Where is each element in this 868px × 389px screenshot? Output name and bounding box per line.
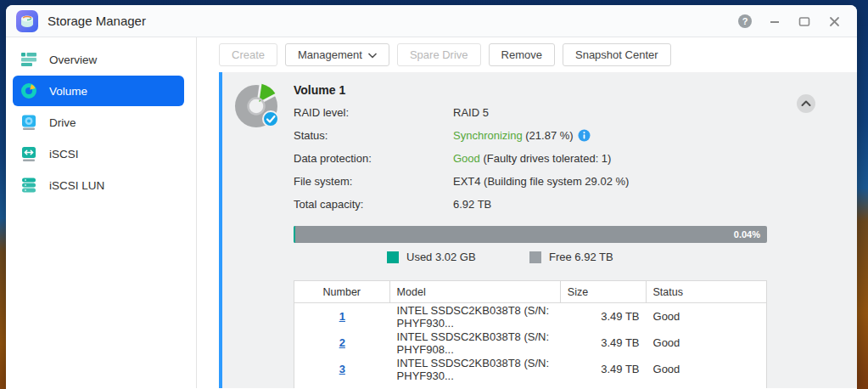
- create-button: Create: [219, 43, 277, 66]
- help-button[interactable]: ?: [737, 14, 753, 29]
- detail-value: Synchronizing (21.87 %): [453, 129, 591, 142]
- drive-number-link[interactable]: 2: [339, 336, 345, 349]
- volume-title: Volume 1: [294, 83, 345, 97]
- detail-label: RAID level:: [294, 106, 453, 119]
- button-label: Snapshot Center: [575, 48, 658, 61]
- legend-free: Free 6.92 TB: [529, 251, 613, 263]
- column-header-status[interactable]: Status: [647, 281, 766, 302]
- detail-value: EXT4 (Building file system 29.02 %): [453, 175, 629, 188]
- drive-number-link[interactable]: 3: [339, 363, 345, 375]
- detail-value: Good (Faulty drives tolerated: 1): [453, 152, 611, 165]
- column-header-number[interactable]: Number: [294, 281, 390, 302]
- info-icon[interactable]: [578, 129, 591, 142]
- capacity-progress-bar: 0.04%: [294, 226, 767, 243]
- minimize-icon: [769, 15, 781, 27]
- sidebar-item-label: Volume: [49, 85, 87, 98]
- sidebar-item-overview[interactable]: Overview: [13, 44, 184, 75]
- maximize-button[interactable]: [797, 14, 812, 29]
- detail-label: File system:: [294, 175, 453, 188]
- close-button[interactable]: [826, 14, 842, 29]
- overview-icon: [20, 50, 38, 69]
- drive-size: 3.49 TB: [561, 303, 647, 330]
- maximize-icon: [798, 16, 810, 27]
- drive-row: 3INTEL SSDSC2KB038T8 (S/N: PHYF930...3.4…: [294, 356, 766, 382]
- drive-size: 3.49 TB: [561, 330, 647, 356]
- help-icon: ?: [738, 14, 752, 28]
- detail-value-text: (Faulty drives tolerated: 1): [480, 152, 612, 165]
- sidebar-item-label: iSCSI LUN: [49, 179, 104, 192]
- sidebar-item-iscsi[interactable]: iSCSI: [13, 138, 184, 169]
- storage-manager-app-icon: [16, 10, 38, 32]
- drive-status: Good: [647, 330, 766, 356]
- drive-model: INTEL SSDSC2KB038T8 (S/N: PHYF908...: [390, 330, 561, 356]
- spare-drive-button: Spare Drive: [397, 43, 481, 66]
- detail-row-total-capacity: Total capacity:6.92 TB: [294, 193, 629, 216]
- drive-model: INTEL SSDSC2KB038T8 (S/N: PHYF930...: [390, 303, 561, 330]
- drive-number-link[interactable]: 1: [339, 310, 345, 323]
- storage-manager-window: Storage Manager ? OverviewVolumeDriveiSC…: [6, 5, 857, 389]
- capacity-legend: Used 3.02 GB Free 6.92 TB: [294, 251, 767, 264]
- remove-button[interactable]: Remove: [489, 43, 555, 66]
- chevron-up-icon: [796, 93, 816, 114]
- window-title: Storage Manager: [48, 14, 146, 28]
- detail-row-file-system: File system:EXT4 (Building file system 2…: [294, 170, 629, 193]
- detail-label: Data protection:: [294, 152, 453, 165]
- detail-value-status-text: Good: [453, 152, 480, 165]
- column-header-model[interactable]: Model: [390, 281, 561, 302]
- sidebar-item-volume[interactable]: Volume: [13, 76, 184, 106]
- drives-table-header: NumberModelSizeStatus: [294, 281, 766, 303]
- detail-value-text: (21.87 %): [523, 129, 574, 142]
- drive-number-link: 2: [294, 330, 390, 356]
- volume-details: RAID level:RAID 5Status:Synchronizing (2…: [294, 101, 629, 216]
- detail-value-text: 6.92 TB: [453, 198, 491, 211]
- column-header-size[interactable]: Size: [561, 281, 647, 302]
- button-label: Create: [232, 48, 265, 61]
- capacity-used-fill: [294, 226, 295, 243]
- used-swatch: [387, 251, 399, 263]
- sidebar-item-drive[interactable]: Drive: [13, 107, 184, 138]
- detail-value-text: RAID 5: [453, 106, 489, 119]
- drive-row: 2INTEL SSDSC2KB038T8 (S/N: PHYF908...3.4…: [294, 330, 766, 356]
- drive-icon: [20, 113, 38, 132]
- sidebar: OverviewVolumeDriveiSCSIiSCSI LUN: [6, 37, 197, 388]
- free-label: Free 6.92 TB: [549, 251, 613, 263]
- legend-used: Used 3.02 GB: [387, 251, 476, 263]
- sidebar-item-label: Overview: [49, 54, 97, 66]
- volume-disk-icon: [234, 82, 282, 130]
- volume-icon: [20, 82, 38, 100]
- detail-value-text: EXT4 (Building file system 29.02 %): [453, 175, 629, 188]
- toolbar: CreateManagementSpare DriveRemoveSnapsho…: [197, 37, 857, 72]
- volume-panel: Volume 1 RAID level:RAID 5Status:Synchro…: [219, 72, 857, 388]
- minimize-button[interactable]: [767, 14, 782, 29]
- detail-label: Total capacity:: [294, 198, 453, 211]
- collapse-panel-button[interactable]: [796, 93, 816, 114]
- drive-status: Good: [647, 303, 766, 330]
- detail-value-status-text: Synchronizing: [453, 129, 523, 142]
- main-content: CreateManagementSpare DriveRemoveSnapsho…: [197, 37, 857, 388]
- sidebar-item-label: iSCSI: [49, 148, 79, 161]
- capacity-percent-label: 0.04%: [734, 226, 760, 243]
- window-controls: ?: [737, 5, 842, 37]
- desktop-background: Storage Manager ? OverviewVolumeDriveiSC…: [0, 0, 868, 389]
- iscsi-lun-icon: [20, 176, 38, 194]
- drive-number-link: 3: [294, 356, 390, 382]
- free-swatch: [529, 251, 541, 263]
- drive-status: Good: [647, 356, 766, 382]
- snapshot-center-button[interactable]: Snapshot Center: [563, 43, 671, 66]
- drives-table-body: 1INTEL SSDSC2KB038T8 (S/N: PHYF930...3.4…: [294, 303, 766, 382]
- management-button[interactable]: Management: [285, 43, 389, 66]
- button-label: Spare Drive: [410, 48, 468, 61]
- sidebar-item-iscsi-lun[interactable]: iSCSI LUN: [13, 170, 184, 200]
- close-icon: [829, 16, 840, 27]
- drive-row: 1INTEL SSDSC2KB038T8 (S/N: PHYF930...3.4…: [294, 303, 766, 330]
- title-bar: Storage Manager ?: [6, 5, 857, 37]
- detail-row-data-protection: Data protection:Good (Faulty drives tole…: [294, 147, 629, 170]
- button-label: Remove: [501, 48, 542, 61]
- detail-row-status: Status:Synchronizing (21.87 %): [294, 124, 629, 147]
- detail-row-raid-level: RAID level:RAID 5: [294, 101, 629, 124]
- drive-size: 3.49 TB: [561, 356, 647, 382]
- drives-table: NumberModelSizeStatus 1INTEL SSDSC2KB038…: [294, 280, 767, 388]
- detail-value: RAID 5: [453, 106, 489, 119]
- detail-label: Status:: [294, 129, 453, 142]
- chevron-down-icon: [368, 48, 377, 61]
